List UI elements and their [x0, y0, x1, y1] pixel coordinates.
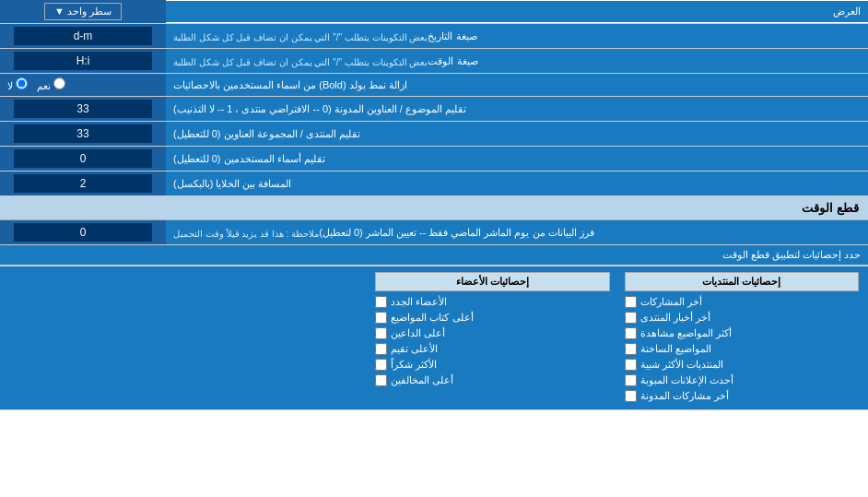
radio-yes[interactable]: [53, 77, 65, 89]
limit-label: حدد إحصائيات لتطبيق قطع الوقت: [0, 245, 868, 266]
checkbox-columns: إحصائيات المنتديات أخر المشاركات أخر أخب…: [6, 272, 862, 404]
cutoff-input[interactable]: [14, 223, 152, 242]
dropdown-arrow-icon: ▼: [54, 6, 65, 17]
checkbox-member-1[interactable]: [375, 296, 387, 308]
bold-remove-label: ازالة نمط بولد (Bold) من اسماء المستخدمي…: [166, 74, 868, 96]
checkbox-member-6[interactable]: [375, 374, 387, 386]
users-align-input-area: [0, 147, 166, 171]
forum-align-input-area: [0, 122, 166, 146]
cutoff-input-area: [0, 220, 166, 244]
col-forums: إحصائيات المنتديات أخر المشاركات أخر أخب…: [621, 272, 862, 404]
checkbox-item: أحدث الإعلانات المبوبة: [625, 373, 859, 388]
cutoff-row: فرز البيانات من يوم الماشر الماضي فقط --…: [0, 220, 868, 245]
checkbox-forum-3[interactable]: [625, 327, 637, 339]
cutoff-section-header: قطع الوقت: [0, 196, 868, 220]
col-members: إحصائيات الأعضاء الأعضاء الجدد أعلى كتاب…: [371, 272, 613, 404]
checkbox-forum-2[interactable]: [625, 312, 637, 324]
bold-remove-radio-area: نعم لا: [0, 74, 166, 96]
checkbox-forum-6[interactable]: [625, 374, 637, 386]
col-empty: [6, 272, 364, 404]
radio-yes-label: نعم: [37, 77, 65, 92]
cell-spacing-input[interactable]: [14, 174, 152, 193]
time-format-row: صيغة الوقت بعض التكوينات يتطلب "/" التي …: [0, 49, 868, 74]
time-format-input-area: [0, 49, 166, 73]
dropdown-label: سطر واحد: [67, 6, 111, 17]
checkbox-forum-7[interactable]: [625, 390, 637, 402]
display-row: العرض سطر واحد ▼: [0, 0, 868, 24]
date-format-input[interactable]: [14, 27, 152, 45]
checkbox-member-5[interactable]: [375, 359, 387, 371]
cell-spacing-row: المسافة بين الخلايا (بالبكسل): [0, 172, 868, 196]
time-format-input[interactable]: [14, 52, 152, 70]
cell-spacing-input-area: [0, 172, 166, 195]
checkbox-item: المنتديات الأكثر شبية: [625, 357, 859, 373]
users-align-input[interactable]: [14, 149, 152, 168]
cutoff-note: ملاحظة : هذا قد يزيد قيلاً وقت التحميل: [173, 229, 319, 239]
cell-spacing-label: المسافة بين الخلايا (بالبكسل): [166, 172, 868, 195]
time-format-sublabel: بعض التكوينات يتطلب "/" التي يمكن ان تضا…: [173, 57, 428, 67]
checkbox-item: الأكثر شكراً: [375, 357, 609, 373]
date-format-row: صيغة التاريخ بعض التكوينات يتطلب "/" الت…: [0, 24, 868, 49]
checkbox-forum-1[interactable]: [625, 296, 637, 308]
date-format-input-area: [0, 24, 166, 48]
cutoff-label: فرز البيانات من يوم الماشر الماضي فقط --…: [166, 220, 868, 244]
topics-align-input-area: [0, 97, 166, 121]
col-forums-header: إحصائيات المنتديات: [625, 272, 859, 291]
display-dropdown[interactable]: سطر واحد ▼: [44, 3, 122, 20]
bold-remove-row: ازالة نمط بولد (Bold) من اسماء المستخدمي…: [0, 74, 868, 97]
checkbox-member-3[interactable]: [375, 327, 387, 339]
date-format-label: صيغة التاريخ بعض التكوينات يتطلب "/" الت…: [166, 24, 868, 48]
topics-align-input[interactable]: [14, 100, 152, 118]
checkbox-item: أعلى المخالفين: [375, 373, 609, 388]
checkbox-item: أخر المشاركات: [625, 294, 859, 310]
users-align-row: تقليم أسماء المستخدمين (0 للتعطيل): [0, 147, 868, 172]
topics-align-label: تقليم الموضوع / العناوين المدونة (0 -- ا…: [166, 97, 868, 121]
radio-no[interactable]: [16, 77, 28, 89]
checkbox-section: إحصائيات المنتديات أخر المشاركات أخر أخب…: [0, 266, 868, 410]
col-members-header: إحصائيات الأعضاء: [375, 272, 609, 291]
topics-align-row: تقليم الموضوع / العناوين المدونة (0 -- ا…: [0, 97, 868, 122]
checkbox-item: المواضيع الساخنة: [625, 341, 859, 357]
time-format-label: صيغة الوقت بعض التكوينات يتطلب "/" التي …: [166, 49, 868, 73]
display-input-area: سطر واحد ▼: [0, 0, 166, 23]
radio-no-label: لا: [7, 77, 28, 92]
forum-align-input[interactable]: [14, 124, 152, 143]
checkbox-item: الأعلى تقيم: [375, 341, 609, 357]
checkbox-item: أخر أخبار المنتدى: [625, 310, 859, 325]
checkbox-forum-5[interactable]: [625, 359, 637, 371]
checkbox-item: أعلى كتاب المواضيع: [375, 310, 609, 325]
display-label: العرض: [166, 1, 868, 22]
checkbox-item: الأعضاء الجدد: [375, 294, 609, 310]
checkbox-member-4[interactable]: [375, 343, 387, 355]
checkbox-forum-4[interactable]: [625, 343, 637, 355]
forum-align-row: تقليم المنتدى / المجموعة العناوين (0 للت…: [0, 122, 868, 147]
checkbox-member-2[interactable]: [375, 312, 387, 324]
checkbox-item: أخر مشاركات المدونة: [625, 388, 859, 404]
users-align-label: تقليم أسماء المستخدمين (0 للتعطيل): [166, 147, 868, 171]
date-format-sublabel: بعض التكوينات يتطلب "/" التي يمكن ان تضا…: [173, 32, 428, 42]
checkbox-item: أعلى الداعين: [375, 325, 609, 341]
forum-align-label: تقليم المنتدى / المجموعة العناوين (0 للت…: [166, 122, 868, 146]
main-container: العرض سطر واحد ▼ صيغة التاريخ بعض التكوي…: [0, 0, 868, 410]
limit-row: حدد إحصائيات لتطبيق قطع الوقت: [0, 245, 868, 266]
checkbox-item: أكثر المواضيع مشاهدة: [625, 325, 859, 341]
